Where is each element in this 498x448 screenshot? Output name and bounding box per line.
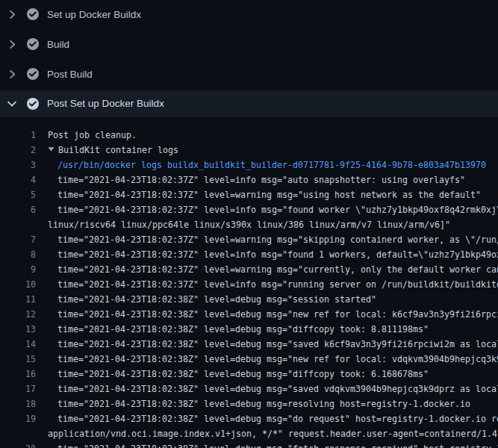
log-line-16: 16time="2021-04-23T18:02:38Z" level=debu… [0,367,498,382]
log-line-text: time="2021-04-23T18:02:38Z" level=debug … [57,367,498,382]
log-line-text: time="2021-04-23T18:02:37Z" level=info m… [57,202,498,217]
log-line-3: 3/usr/bin/docker logs buildx_buildkit_bu… [0,158,498,172]
check-circle-icon [27,8,39,20]
step-expander[interactable] [6,8,18,20]
step-row-build[interactable]: Build [0,30,498,60]
log-line-7: 7time="2021-04-23T18:02:37Z" level=warni… [0,232,498,247]
log-group-label[interactable]: BuildKit container logs [58,145,178,155]
log-line-text: time="2021-04-23T18:02:37Z" level=warnin… [57,187,498,202]
log-line-6: 6time="2021-04-23T18:02:37Z" level=info … [0,202,498,217]
log-line-text: time="2021-04-23T18:02:38Z" level=debug … [57,382,498,396]
log-line-number[interactable]: 13 [0,322,36,337]
step-row-set-up-docker-buildx[interactable]: Set up Docker Buildx [0,0,498,30]
step-status [27,8,39,20]
log-line-number[interactable]: 16 [0,367,36,382]
check-circle-icon [27,98,39,110]
log-line-18: 18time="2021-04-23T18:02:38Z" level=debu… [0,396,498,411]
log-line-4: 4time="2021-04-23T18:02:37Z" level=info … [0,172,498,187]
log-line-number[interactable]: 1 [0,128,36,143]
log-line-number[interactable]: 7 [0,232,36,247]
log-line-number[interactable]: 15 [0,352,36,367]
step-row-post-set-up-docker-buildx[interactable]: Post Set up Docker Buildx [0,90,498,117]
log-line-number[interactable]: 19 [0,411,36,426]
log-line-1: 1Post job cleanup. [0,128,498,143]
log-line-number[interactable]: 12 [0,307,36,322]
log-line-text[interactable]: BuildKit container logs [48,143,498,158]
log-line-text: linux/riscv64 linux/ppc64le linux/s390x … [48,217,498,232]
log-line-text: time="2021-04-23T18:02:38Z" level=debug … [57,322,498,337]
step-status [27,38,39,50]
chevron-right-icon [6,8,18,20]
log-line-text: time="2021-04-23T18:02:38Z" level=debug … [57,411,498,426]
log-line-text: time="2021-04-23T18:02:37Z" level=info m… [57,247,498,262]
log-line-text: time="2021-04-23T18:02:38Z" level=debug … [57,352,498,367]
check-circle-icon [27,68,39,80]
log-line-13: 13time="2021-04-23T18:02:38Z" level=debu… [0,322,498,337]
step-title: Post Set up Docker Buildx [47,98,164,109]
log-line-number[interactable]: 3 [0,158,36,172]
log-line-text: time="2021-04-23T18:02:37Z" level=info m… [57,172,498,187]
log-line-number[interactable]: 9 [0,262,36,277]
log-line-text: time="2021-04-23T18:02:38Z" level=debug … [57,307,498,322]
log-line-17: 17time="2021-04-23T18:02:38Z" level=debu… [0,382,498,396]
workflow-steps-list: Set up Docker BuildxBuildPost BuildPost … [0,0,498,117]
log-line-number[interactable]: 14 [0,337,36,352]
log-line-text: time="2021-04-23T18:02:38Z" level=debug … [57,396,498,411]
log-line-number[interactable]: 8 [0,247,36,262]
log-line-2: 2BuildKit container logs [0,143,498,158]
log-line-number[interactable]: 6 [0,202,36,217]
log-panel: 1Post job cleanup.2BuildKit container lo… [0,117,498,448]
log-line-12: 12time="2021-04-23T18:02:38Z" level=debu… [0,307,498,322]
log-line-number[interactable]: 5 [0,187,36,202]
log-line-20: 20time="2021-04-23T18:02:38Z" level=debu… [0,441,498,448]
log-line-number[interactable]: 11 [0,292,36,307]
step-expander[interactable] [6,98,18,110]
chevron-right-icon [6,68,18,80]
log-line-continuation: application/vnd.oci.image.index.v1+json,… [0,426,498,441]
log-line-5: 5time="2021-04-23T18:02:37Z" level=warni… [0,187,498,202]
log-line-number[interactable]: 20 [0,441,36,448]
log-line-text: time="2021-04-23T18:02:37Z" level=warnin… [57,232,498,247]
chevron-right-icon [6,38,18,50]
log-line-9: 9time="2021-04-23T18:02:37Z" level=warni… [0,262,498,277]
log-line-text: time="2021-04-23T18:02:38Z" level=debug … [57,337,498,352]
log-line-number[interactable]: 17 [0,382,36,396]
step-status [27,68,39,80]
log-line-number[interactable]: 2 [0,143,36,158]
log-line-text: Post job cleanup. [48,128,498,143]
log-line-number[interactable]: 18 [0,396,36,411]
step-status [27,98,39,110]
log-line-19: 19time="2021-04-23T18:02:38Z" level=debu… [0,411,498,426]
log-line-text: application/vnd.oci.image.index.v1+json,… [48,426,498,441]
step-row-post-build[interactable]: Post Build [0,60,498,90]
step-expander[interactable] [6,38,18,50]
step-expander[interactable] [6,68,18,80]
check-circle-icon [27,38,39,50]
step-title: Build [47,39,69,50]
log-line-number[interactable]: 4 [0,172,36,187]
log-line-11: 11time="2021-04-23T18:02:38Z" level=debu… [0,292,498,307]
log-command-text: /usr/bin/docker logs buildx_buildkit_bui… [57,158,498,172]
log-line-text: time="2021-04-23T18:02:37Z" level=info m… [57,277,498,292]
log-line-text: time="2021-04-23T18:02:38Z" level=debug … [57,441,498,448]
log-line-15: 15time="2021-04-23T18:02:38Z" level=debu… [0,352,498,367]
log-line-text: time="2021-04-23T18:02:38Z" level=debug … [57,292,498,307]
log-line-10: 10time="2021-04-23T18:02:37Z" level=info… [0,277,498,292]
log-line-14: 14time="2021-04-23T18:02:38Z" level=debu… [0,337,498,352]
log-line-text: time="2021-04-23T18:02:37Z" level=warnin… [57,262,498,277]
group-caret-icon[interactable] [48,146,55,152]
chevron-down-icon [6,98,18,110]
log-line-number[interactable]: 10 [0,277,36,292]
log-line-continuation: linux/riscv64 linux/ppc64le linux/s390x … [0,217,498,232]
log-line-8: 8time="2021-04-23T18:02:37Z" level=info … [0,247,498,262]
step-title: Set up Docker Buildx [47,9,141,20]
step-title: Post Build [47,69,93,80]
